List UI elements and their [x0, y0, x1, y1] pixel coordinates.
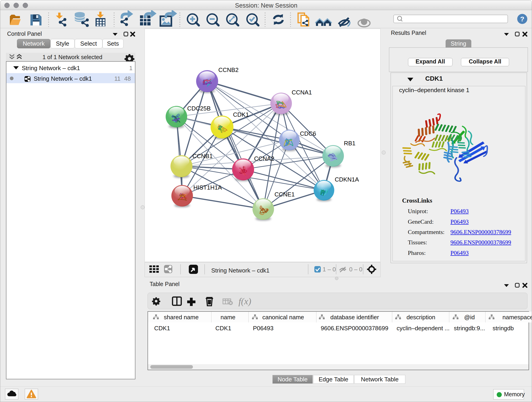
svg-text:?: ?	[520, 15, 524, 23]
svg-text:0 – 0: 0 – 0	[349, 266, 362, 273]
svg-text:1 – 0: 1 – 0	[323, 266, 336, 273]
svg-text:f(x): f(x)	[239, 296, 251, 306]
